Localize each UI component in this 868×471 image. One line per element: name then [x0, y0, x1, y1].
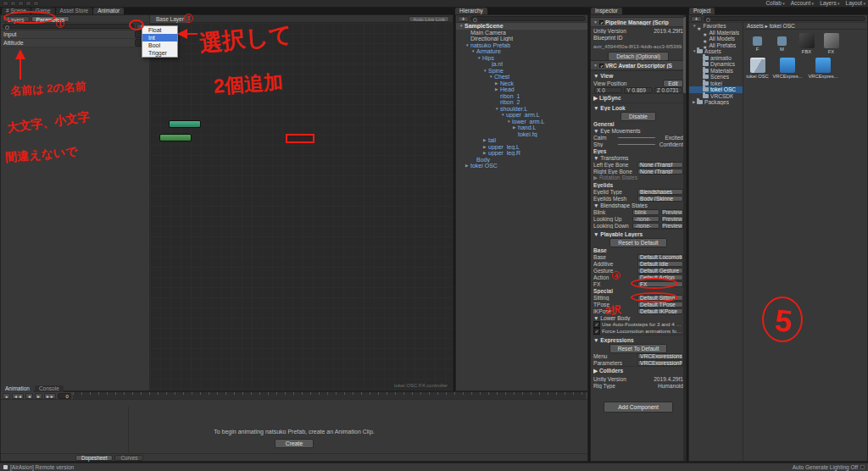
file-item[interactable]: VRCExpres...	[771, 58, 804, 79]
inspector-value[interactable]: 2019.4.29f1	[654, 376, 683, 382]
inspector-value[interactable]: None (Transf	[637, 169, 683, 175]
component-checkbox[interactable]	[599, 64, 604, 68]
inspector-row[interactable]: Base	[591, 247, 686, 253]
parameters-tab[interactable]: Parameters	[31, 16, 70, 22]
breadcrumb[interactable]: Assets ▸ tokei OSC	[744, 23, 867, 30]
inspector-row[interactable]: Eyes	[591, 147, 686, 154]
inspector-value[interactable]: Humanoid	[658, 383, 683, 389]
inspector-row[interactable]: Calm Excited	[591, 134, 686, 141]
inspector-row[interactable]: Blueprint ID	[591, 34, 686, 41]
lighting-status[interactable]: Auto Generate Lighting Off	[793, 464, 865, 470]
project-folder-item[interactable]: Materials	[689, 68, 743, 75]
hierarchy-item[interactable]: ▼ upper_arm.L	[456, 112, 587, 119]
inspector-row[interactable]: Shy Confident	[591, 141, 686, 147]
inspector-row[interactable]: avtr_4594450a-8f13-4ddb-acc3-6f5369	[591, 41, 686, 52]
tab-project[interactable]: Project	[689, 8, 715, 14]
inspector-value[interactable]: FX	[637, 281, 683, 287]
rotate-tool-icon[interactable]	[18, 1, 24, 6]
project-search-input[interactable]	[704, 16, 865, 21]
toolbar-menu[interactable]: Layout	[846, 0, 865, 7]
scale-tool-icon[interactable]	[25, 1, 31, 6]
inspector-value[interactable]: VRCExpressionP	[637, 360, 683, 366]
inspector-row[interactable]: VRC Avatar Descriptor (S	[591, 60, 686, 70]
project-folder-item[interactable]: tokei OSC	[689, 86, 743, 93]
toolbar-menu[interactable]: Collab	[765, 0, 784, 7]
inspector-extra-button[interactable]: Preview	[661, 223, 683, 229]
tab-animation[interactable]: Animation	[1, 385, 34, 392]
inspector-row[interactable]: Special	[591, 287, 686, 294]
hierarchy-search-input[interactable]	[470, 16, 586, 21]
next-frame-button[interactable]: ►►	[44, 393, 56, 399]
inspector-row[interactable]: Menu VRCExpressionsM	[591, 352, 686, 359]
hierarchy-item[interactable]: ▶ Neck	[456, 80, 587, 87]
auto-live-link-button[interactable]: Auto Live Link	[409, 16, 449, 22]
inspector-value[interactable]: Default Sitting	[637, 295, 683, 301]
inspector-row[interactable]: Reset to Default	[591, 238, 686, 247]
inspector-value[interactable]: Default IKPose	[637, 308, 683, 314]
play-button[interactable]: ►	[35, 393, 42, 399]
hand-tool-icon[interactable]	[3, 1, 8, 6]
tab-hierarchy[interactable]: Hierarchy	[455, 8, 487, 14]
inspector-row[interactable]: ▼ Expressions	[591, 335, 686, 344]
file-item[interactable]: VRCExpres...	[806, 58, 840, 79]
project-folder-item[interactable]: ▼ Favorites	[689, 23, 743, 30]
hierarchy-item[interactable]: tokei.fg	[456, 131, 587, 138]
inspector-row[interactable]: Blink blink Preview	[591, 208, 686, 215]
inspector-value[interactable]: Default Gesture	[637, 268, 683, 274]
inspector-scrollbar[interactable]	[683, 15, 686, 461]
file-item[interactable]: M	[771, 33, 793, 54]
inspector-row[interactable]: ▼ Blendshape States	[591, 202, 686, 208]
tab-inspector[interactable]: Inspector	[591, 8, 622, 14]
project-folder-item[interactable]: animatio	[689, 55, 743, 62]
hierarchy-item[interactable]: ▶ tail	[456, 137, 587, 144]
inspector-row[interactable]: TPose Default TPose	[591, 301, 686, 308]
inspector-value[interactable]: Y 0.869	[624, 87, 652, 93]
layers-tab[interactable]: Layers	[3, 16, 30, 22]
project-folder-item[interactable]: ▼ Assets	[689, 48, 743, 55]
inspector-value[interactable]: Excited	[665, 135, 683, 141]
first-frame-button[interactable]: ◄◄	[12, 393, 24, 399]
hierarchy-item[interactable]: ▶ hand.L	[456, 125, 587, 131]
tab-console[interactable]: Console	[35, 385, 64, 392]
menu-item[interactable]: Trigger	[142, 49, 177, 57]
hierarchy-item[interactable]: ▼ lower_arm.L	[456, 119, 587, 125]
animator-graph-canvas[interactable]: tokei OSC.FX.controller	[150, 23, 453, 391]
base-layer-tab[interactable]: Base Layer	[150, 15, 190, 23]
hierarchy-item[interactable]: ▶ tokei OSC	[456, 163, 587, 169]
hierarchy-item[interactable]: ▶ upper_leg.R	[456, 150, 587, 157]
tab-animator[interactable]: Animator	[93, 8, 124, 14]
inspector-row[interactable]: Disable	[591, 112, 686, 120]
inspector-value[interactable]: Body (Skinne	[637, 196, 683, 202]
inspector-row[interactable]: X 0 Y 0.869 Z 0.0731	[591, 86, 686, 93]
create-clip-button[interactable]: Create	[275, 439, 314, 448]
inspector-row[interactable]: Looking Down -none- Preview	[591, 222, 686, 229]
parameter-row[interactable]: Input 0	[1, 30, 149, 39]
inspector-row[interactable]: Parameters VRCExpressionP	[591, 359, 686, 366]
inspector-extra-button[interactable]: Preview	[661, 216, 683, 222]
project-folder-item[interactable]: Scenes	[689, 74, 743, 80]
hierarchy-item[interactable]: ribon_1	[456, 93, 587, 100]
inspector-row[interactable]: Force Locomotion animations for 6 poin	[591, 328, 686, 335]
hierarchy-item[interactable]: ▼ Armature	[456, 48, 587, 55]
inspector-row[interactable]: Eyelids	[591, 181, 686, 188]
timeline-ruler[interactable]	[73, 392, 586, 399]
parameter-row[interactable]: Attitude 0	[1, 39, 149, 47]
inspector-value[interactable]: None (Transf	[637, 162, 683, 168]
inspector-row[interactable]: Unity Version 2019.4.29f1	[591, 27, 686, 34]
inspector-value[interactable]: -none-	[632, 216, 659, 222]
hierarchy-item[interactable]: ▼ shoulder.L	[456, 106, 587, 113]
inspector-row[interactable]: Unity Version 2019.4.29f1	[591, 375, 686, 382]
project-create-button[interactable]: +	[691, 16, 702, 22]
tab-asset-store[interactable]: Asset Store	[56, 8, 93, 14]
prev-frame-button[interactable]: ◄	[25, 393, 33, 399]
inspector-row[interactable]: Gesture Default Gesture	[591, 267, 686, 274]
project-folder-item[interactable]: Dynamics	[689, 61, 743, 68]
tab-game[interactable]: Game	[31, 8, 55, 14]
project-folder-item[interactable]: All Models	[689, 36, 743, 42]
menu-item[interactable]: Int	[142, 34, 177, 42]
inspector-row[interactable]: ▼ Lower Body	[591, 314, 686, 321]
inspector-row[interactable]: ▼ View	[591, 70, 686, 80]
inspector-value[interactable]: VRCExpressionsM	[637, 353, 683, 359]
inspector-row[interactable]: ▶ Colliders	[591, 366, 686, 375]
frame-field[interactable]: 0	[58, 393, 71, 399]
